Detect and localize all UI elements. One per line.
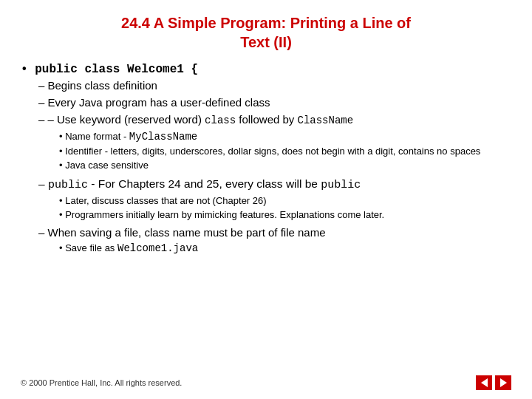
main-content: • public class Welcome1 { Begins class d…: [21, 62, 511, 256]
prev-button[interactable]: [476, 375, 492, 390]
footer: © 2000 Prentice Hall, Inc. All rights re…: [21, 375, 511, 390]
sub-bullets-public: Later, discuss classes that are not (Cha…: [38, 194, 511, 222]
title-line2: Text (II): [240, 34, 292, 50]
keyword-public: public: [48, 179, 88, 191]
dash-list: Begins class definition Every Java progr…: [21, 78, 511, 256]
welcome-java: Welcome1.java: [117, 242, 198, 254]
dash-use-keyword: – Use keyword (reserved word) class foll…: [38, 112, 511, 173]
main-code-bullet: • public class Welcome1 {: [21, 63, 198, 76]
dash-every-java: Every Java program has a user-defined cl…: [38, 95, 511, 110]
keyword-classname: ClassName: [298, 115, 354, 126]
nav-buttons: [476, 375, 511, 390]
sub-identifier: Identifier - letters, digits, underscore…: [59, 145, 511, 158]
dash-saving: – When saving a file, class name must be…: [38, 225, 511, 256]
sub-name-format: Name format - MyClassName: [59, 130, 511, 145]
prev-arrow-icon: [481, 378, 488, 387]
sub-case-sensitive: Java case sensitive: [59, 159, 511, 172]
keyword-class: class: [205, 115, 236, 126]
dash-public: – public - For Chapters 24 and 25, every…: [38, 176, 511, 222]
example-classname: MyClassName: [129, 131, 197, 143]
keyword-public2: public: [321, 179, 361, 191]
main-bullet-item: • public class Welcome1 { Begins class d…: [21, 62, 511, 256]
sub-bullets-keyword: Name format - MyClassName Identifier - l…: [38, 130, 511, 173]
title-line1: 24.4 A Simple Program: Printing a Line o…: [121, 15, 411, 31]
sub-save-file: Save file as Welcome1.java: [59, 242, 511, 256]
copyright-text: © 2000 Prentice Hall, Inc. All rights re…: [21, 378, 182, 387]
sub-bullets-saving: Save file as Welcome1.java: [38, 242, 511, 256]
next-button[interactable]: [495, 375, 511, 390]
sub-programmers: Programmers initially learn by mimicking…: [59, 208, 511, 222]
dash-begins-class: Begins class definition: [38, 78, 511, 93]
sub-later-discuss: Later, discuss classes that are not (Cha…: [59, 194, 511, 208]
slide-title: 24.4 A Simple Program: Printing a Line o…: [21, 13, 511, 52]
next-arrow-icon: [500, 378, 507, 387]
